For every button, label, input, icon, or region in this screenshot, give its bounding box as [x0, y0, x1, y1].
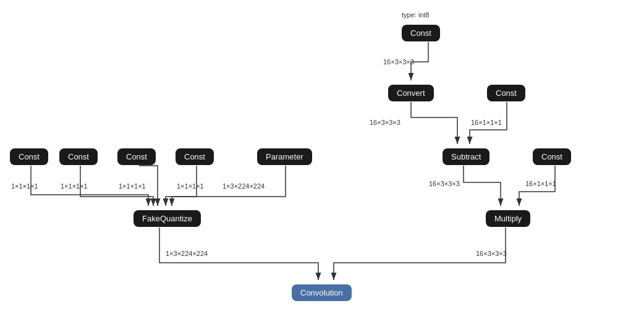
edge-label-7: 1×1×1×1 [61, 182, 88, 190]
node-const-far-right: Const [533, 148, 571, 165]
node-const-top: Const [402, 25, 440, 41]
edge-label-6: 1×1×1×1 [11, 182, 38, 190]
node-const4: Const [176, 148, 214, 165]
edge-label-2: 16×3×3×3 [370, 119, 400, 126]
graph-container: type: int8 Const Convert Const Subtract … [0, 0, 644, 332]
edge-label-8: 1×1×1×1 [119, 182, 146, 190]
edge-label-3: 16×1×1×1 [471, 119, 502, 126]
edge-label-12: 16×3×3×3 [476, 250, 507, 257]
node-const2: Const [59, 148, 98, 165]
edge-label-10: 1×3×224×224 [222, 182, 265, 190]
edges-svg [0, 0, 644, 332]
node-fakequantize: FakeQuantize [133, 210, 201, 227]
node-multiply: Multiply [486, 210, 530, 227]
edge-label-5: 16×1×1×1 [525, 180, 556, 187]
node-const1: Const [10, 148, 48, 165]
node-const3: Const [117, 148, 156, 165]
node-parameter: Parameter [257, 148, 312, 165]
edge-label-9: 1×1×1×1 [177, 182, 204, 190]
node-convolution: Convolution [292, 284, 352, 301]
node-subtract: Subtract [443, 148, 489, 165]
edge-label-4: 16×3×3×3 [429, 180, 460, 187]
node-convert: Convert [388, 85, 434, 101]
node-const-right-top: Const [487, 85, 525, 101]
edge-label-11: 1×3×224×224 [166, 250, 208, 257]
edge-label-1: 16×3×3×3 [383, 58, 414, 66]
